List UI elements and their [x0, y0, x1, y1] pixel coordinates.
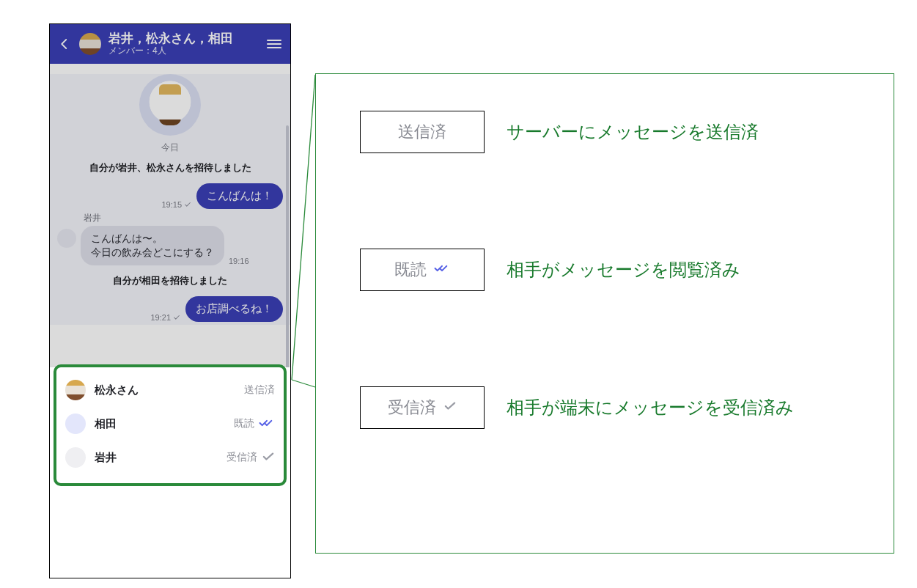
svg-line-0 [292, 75, 315, 380]
timestamp-text: 19:15 [161, 200, 182, 209]
timestamp-text: 19:21 [150, 313, 171, 322]
legend-item-received: 受信済 相手が端末にメッセージを受信済み [360, 386, 872, 429]
double-check-icon [434, 263, 450, 276]
status-label: 受信済 [227, 451, 275, 464]
message-timestamp: 19:15 [161, 200, 192, 209]
status-row: 岩井 受信済 [65, 441, 275, 474]
blank-area [50, 486, 290, 578]
single-check-icon [443, 401, 457, 414]
status-text: 受信済 [227, 451, 257, 464]
sender-avatar [57, 229, 76, 248]
received-bubble: こんばんは〜。 今日の飲み会どこにする？ [81, 226, 224, 265]
back-arrow-icon[interactable] [57, 37, 72, 51]
member-avatar [65, 447, 86, 468]
member-name: 松永さん [95, 383, 235, 397]
message-timestamp: 19:21 [150, 313, 181, 322]
chat-subtitle: メンバー：4人 [108, 46, 233, 56]
header-avatar [79, 33, 101, 55]
legend-description: サーバーにメッセージを送信済 [507, 120, 759, 145]
status-text: 送信済 [244, 383, 275, 397]
status-row: 松永さん 送信済 [65, 373, 275, 407]
double-check-icon [259, 418, 275, 430]
sent-message-row: 19:21 お店調べるね！ [50, 293, 290, 325]
member-name: 相田 [95, 417, 225, 431]
status-row: 相田 既読 [65, 407, 275, 441]
member-name: 岩井 [95, 451, 218, 465]
svg-line-1 [292, 380, 315, 387]
legend-box: 送信済 サーバーにメッセージを送信済 既読 相手がメッセージを閲覧済み 受信済 … [315, 73, 894, 554]
legend-badge-label: 受信済 [388, 397, 436, 419]
chat-body: 今日 自分が岩井、松永さんを招待しました 19:15 こんばんは！ 岩井 こんば… [50, 74, 290, 325]
legend-badge: 送信済 [360, 111, 485, 153]
system-message: 自分が相田を招待しました [56, 274, 284, 287]
member-avatar [65, 414, 86, 434]
legend-badge-label: 既読 [394, 259, 427, 281]
chat-header: 岩井，松永さん，相田 メンバー：4人 [50, 24, 290, 64]
group-avatar [139, 74, 201, 136]
read-status-panel: 松永さん 送信済 相田 既読 岩井 受信済 [54, 364, 287, 486]
sent-bubble: こんばんは！ [196, 183, 283, 209]
chat-screen-dimmed: 岩井，松永さん，相田 メンバー：4人 今日 自分が岩井、松永さんを招待しました … [50, 24, 290, 367]
single-check-icon [262, 452, 275, 464]
sent-bubble: お店調べるね！ [185, 296, 283, 322]
message-timestamp: 19:16 [229, 257, 249, 265]
status-text: 既読 [234, 417, 254, 430]
phone-screenshot: 岩井，松永さん，相田 メンバー：4人 今日 自分が岩井、松永さんを招待しました … [49, 23, 291, 578]
scrollbar[interactable] [286, 125, 289, 367]
legend-item-read: 既読 相手がメッセージを閲覧済み [360, 249, 872, 291]
legend-badge: 受信済 [360, 386, 485, 429]
sent-message-row: 19:15 こんばんは！ [50, 180, 290, 212]
date-separator: 今日 [50, 142, 290, 154]
status-label: 送信済 [244, 383, 275, 397]
system-message: 自分が岩井、松永さんを招待しました [56, 161, 284, 174]
status-label: 既読 [234, 417, 275, 430]
legend-description: 相手が端末にメッセージを受信済み [507, 395, 794, 421]
legend-description: 相手がメッセージを閲覧済み [507, 257, 740, 283]
callout-connector [290, 73, 317, 389]
legend-item-sent: 送信済 サーバーにメッセージを送信済 [360, 111, 872, 153]
received-message-row: こんばんは〜。 今日の飲み会どこにする？ 19:16 [50, 223, 290, 268]
menu-icon[interactable] [267, 37, 281, 51]
chat-title: 岩井，松永さん，相田 [108, 32, 233, 46]
legend-badge-label: 送信済 [398, 121, 446, 143]
legend-badge: 既読 [360, 249, 485, 291]
member-avatar [65, 380, 86, 400]
